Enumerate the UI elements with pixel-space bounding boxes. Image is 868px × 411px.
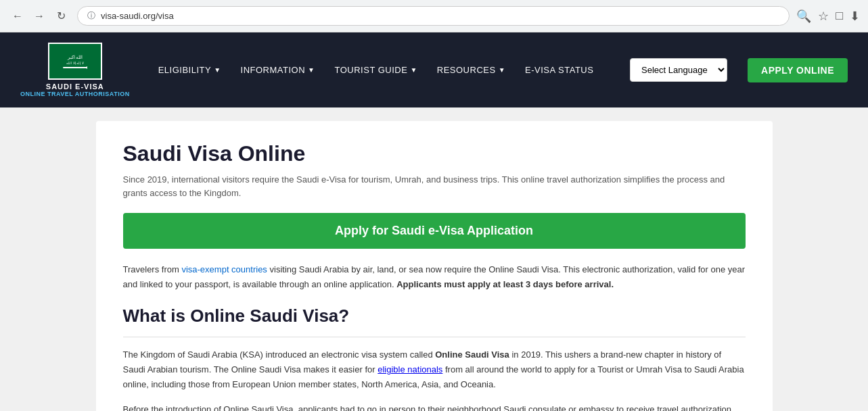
forward-button[interactable]: → xyxy=(30,7,49,26)
bookmark-icon[interactable]: ☆ xyxy=(818,9,829,24)
body-paragraph-2: Before the introduction of Online Saudi … xyxy=(123,402,746,411)
apply-online-button[interactable]: APPLY ONLINE xyxy=(748,58,848,82)
page-title: Saudi Visa Online xyxy=(123,141,746,166)
browser-chrome: ← → ↻ ⓘ visa-saudi.org/visa 🔍 ☆ □ ⬇ xyxy=(0,0,868,32)
chevron-down-icon: ▼ xyxy=(499,66,505,74)
subtitle-text: Since 2019, international visitors requi… xyxy=(123,173,746,199)
logo-main-text: SAUDI E-VISA xyxy=(46,82,104,91)
chevron-down-icon: ▼ xyxy=(410,66,417,74)
browser-actions: 🔍 ☆ □ ⬇ xyxy=(796,9,860,24)
svg-text:لا إله إلا الله: لا إله إلا الله xyxy=(66,61,83,65)
flag-svg: الله اكبر لا إله إلا الله xyxy=(55,49,95,73)
back-button[interactable]: ← xyxy=(8,7,27,26)
svg-rect-3 xyxy=(63,67,87,68)
info-bold: Applicants must apply at least 3 days be… xyxy=(396,279,614,289)
section-divider xyxy=(123,337,746,337)
section-title: What is Online Saudi Visa? xyxy=(123,306,746,327)
extensions-icon[interactable]: □ xyxy=(836,9,843,23)
saudi-flag: الله اكبر لا إله إلا الله xyxy=(48,43,102,80)
nav-eligibility[interactable]: ELIGIBILITY ▼ xyxy=(150,59,229,80)
apply-banner-button[interactable]: Apply for Saudi e-Visa Application xyxy=(123,213,746,249)
site-header: الله اكبر لا إله إلا الله SAUDI E-VISA O… xyxy=(0,32,868,107)
info-part1: Travelers from xyxy=(123,264,182,274)
main-content: Saudi Visa Online Since 2019, internatio… xyxy=(96,121,773,411)
security-icon: ⓘ xyxy=(87,10,95,22)
chevron-down-icon: ▼ xyxy=(214,66,221,74)
url-text: visa-saudi.org/visa xyxy=(101,11,174,21)
address-bar[interactable]: ⓘ visa-saudi.org/visa xyxy=(77,6,790,26)
logo-sub-text: ONLINE TRAVEL AUTHORISATION xyxy=(20,91,130,97)
visa-exempt-link[interactable]: visa-exempt countries xyxy=(181,264,267,274)
logo-area: الله اكبر لا إله إلا الله SAUDI E-VISA O… xyxy=(20,43,130,97)
nav-tourist-guide[interactable]: TOURIST GUIDE ▼ xyxy=(327,59,426,80)
reload-button[interactable]: ↻ xyxy=(51,7,70,26)
svg-text:الله اكبر: الله اكبر xyxy=(66,55,83,60)
chevron-down-icon: ▼ xyxy=(308,66,315,74)
nav-resources[interactable]: RESOURCES ▼ xyxy=(429,59,513,80)
eligible-nationals-link[interactable]: eligible nationals xyxy=(378,364,442,374)
nav-information[interactable]: INFORMATION ▼ xyxy=(233,59,323,80)
nav-evisa-status[interactable]: E-VISA STATUS xyxy=(517,59,601,80)
info-paragraph: Travelers from visa-exempt countries vis… xyxy=(123,262,746,292)
search-icon[interactable]: 🔍 xyxy=(796,9,811,24)
browser-nav-buttons: ← → ↻ xyxy=(8,7,70,26)
download-icon[interactable]: ⬇ xyxy=(850,9,860,24)
language-selector[interactable]: Select Language English Arabic French Sp… xyxy=(630,58,727,82)
body-paragraph-1: The Kingdom of Saudi Arabia (KSA) introd… xyxy=(123,347,746,392)
main-nav: ELIGIBILITY ▼ INFORMATION ▼ TOURIST GUID… xyxy=(150,59,610,80)
